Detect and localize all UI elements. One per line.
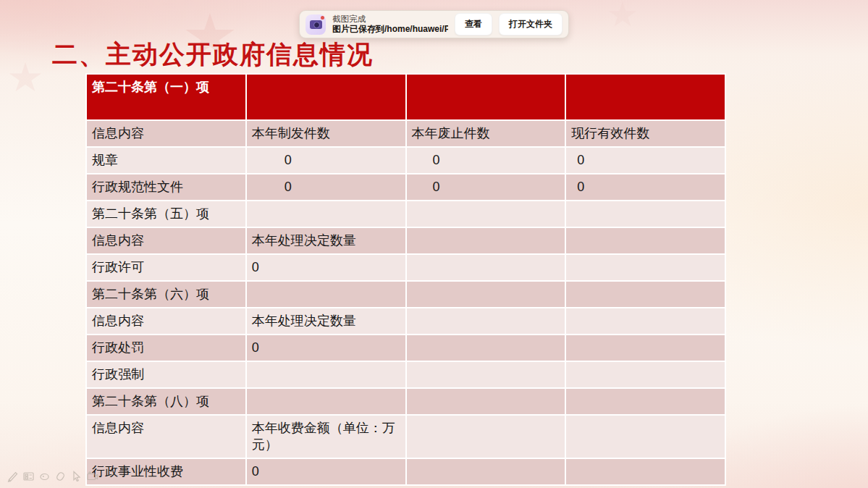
table-header-cell: [565, 74, 725, 120]
table-cell: [565, 201, 725, 227]
table-cell: 0: [565, 147, 725, 174]
table-row: 第二十条第（八）项: [86, 388, 725, 415]
table-row: 第二十条第（六）项: [86, 281, 725, 308]
table-cell: 本年制发件数: [246, 120, 406, 147]
eraser-icon[interactable]: [54, 469, 67, 483]
table-cell: [565, 254, 725, 281]
table-row: 行政许可0: [86, 254, 725, 281]
table-cell: 本年处理决定数量: [246, 227, 406, 254]
table-cell: [246, 361, 406, 388]
star-decoration: [608, 1, 637, 29]
table-cell: 行政强制: [86, 361, 246, 388]
table-cell: 行政处罚: [86, 335, 246, 361]
table-cell: [406, 361, 566, 388]
table-cell: [565, 227, 725, 254]
table-cell: 信息内容: [86, 120, 246, 147]
table-row: 信息内容本年收费金额（单位：万元）: [86, 415, 725, 458]
slide-panel-icon[interactable]: [22, 469, 35, 483]
notification-toast: 截图完成 图片已保存到/home/huawei/Pictures/Screens…: [299, 10, 569, 38]
table-row: 信息内容本年处理决定数量: [86, 227, 725, 254]
table-cell: 0: [246, 458, 406, 485]
open-folder-button[interactable]: 打开文件夹: [499, 13, 562, 35]
table-header-cell: 第二十条第（一）项: [86, 74, 246, 120]
table-row: 第二十条第（五）项: [86, 201, 725, 227]
table-cell: 现行有效件数: [565, 120, 725, 147]
toast-message: 图片已保存到/home/huawei/Pictures/Screenshots/…: [332, 24, 448, 35]
table-row: 第二十条第（一）项: [86, 74, 725, 120]
gov-table-body: 第二十条第（一）项信息内容本年制发件数本年废止件数现行有效件数规章000行政规范…: [86, 74, 725, 485]
table-row: 行政强制: [86, 361, 725, 388]
screenshot-camera-icon: [306, 14, 326, 35]
table-cell: [246, 201, 406, 227]
table-cell: 0: [406, 174, 566, 201]
table-cell: [246, 388, 406, 415]
table-cell: 0: [406, 147, 566, 174]
pen-icon[interactable]: [6, 469, 20, 483]
table-cell: 本年收费金额（单位：万元）: [246, 415, 406, 458]
table-cell: [406, 227, 566, 254]
toast-text: 截图完成 图片已保存到/home/huawei/Pictures/Screens…: [332, 14, 448, 35]
table-row: 信息内容本年制发件数本年废止件数现行有效件数: [86, 120, 725, 147]
toast-title: 截图完成: [332, 14, 448, 24]
table-cell: [406, 335, 566, 361]
table-cell: [565, 458, 725, 485]
table-cell: [565, 335, 725, 361]
star-decoration: [9, 62, 42, 94]
table-header-cell: [246, 74, 406, 120]
slide-title: 二、主动公开政府信息情况: [52, 38, 374, 72]
table-cell: [406, 254, 566, 281]
table-cell: [406, 458, 566, 485]
table-cell: 信息内容: [86, 415, 246, 458]
table-row: 行政处罚0: [86, 335, 725, 361]
table-cell: 0: [565, 174, 725, 201]
table-cell: 行政事业性收费: [86, 458, 246, 485]
table-cell: 0: [246, 147, 406, 174]
slideshow-stage: 二、主动公开政府信息情况 第二十条第（一）项信息内容本年制发件数本年废止件数现行…: [0, 0, 868, 488]
table-cell: 第二十条第（六）项: [86, 281, 246, 308]
table-cell: 0: [246, 174, 406, 201]
table-cell: [565, 361, 725, 388]
table-cell: [565, 388, 725, 415]
table-row: 行政事业性收费0: [86, 458, 725, 485]
table-cell: [406, 308, 566, 335]
table-cell: 规章: [86, 147, 246, 174]
table-cell: 行政许可: [86, 254, 246, 281]
table-cell: 信息内容: [86, 227, 246, 254]
table-row: 行政规范性文件000: [86, 174, 725, 201]
table-cell: 行政规范性文件: [86, 174, 246, 201]
table-header-cell: [406, 74, 566, 120]
table-row: 信息内容本年处理决定数量: [86, 308, 725, 335]
table-cell: [246, 281, 406, 308]
table-cell: [406, 201, 566, 227]
table-cell: 0: [246, 335, 406, 361]
table-cell: 本年处理决定数量: [246, 308, 406, 335]
table-cell: [406, 281, 566, 308]
table-row: 规章000: [86, 147, 725, 174]
table-cell: 本年废止件数: [406, 120, 566, 147]
presenter-toolbar: [6, 469, 99, 483]
table-cell: [406, 415, 566, 458]
table-cell: [406, 388, 566, 415]
table-cell: 第二十条第（五）项: [86, 201, 246, 227]
table-cell: 0: [246, 254, 406, 281]
cursor-icon[interactable]: [69, 469, 83, 483]
table-cell: [565, 281, 725, 308]
table-cell: [565, 415, 725, 458]
gov-info-table: 第二十条第（一）项信息内容本年制发件数本年废止件数现行有效件数规章000行政规范…: [85, 73, 726, 486]
table-cell: 信息内容: [86, 308, 246, 335]
table-cell: 第二十条第（八）项: [86, 388, 246, 415]
view-button[interactable]: 查看: [455, 13, 492, 35]
table-cell: [565, 308, 725, 335]
laser-pointer-icon[interactable]: [38, 469, 51, 483]
camera-icon[interactable]: [85, 469, 99, 483]
